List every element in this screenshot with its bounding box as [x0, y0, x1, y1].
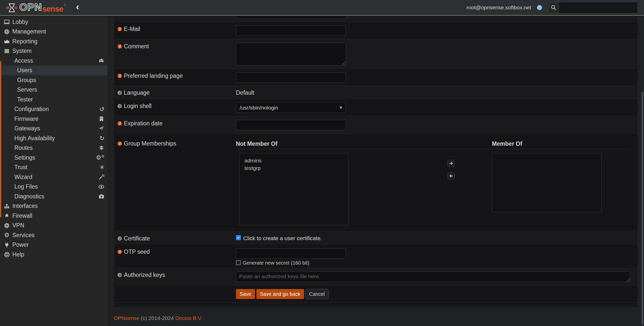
footer-company-link[interactable]: Deciso B.V.	[175, 315, 202, 321]
sidebar-item-power[interactable]: Power	[0, 240, 108, 250]
save-and-go-back-button[interactable]: Save and go back	[256, 289, 304, 299]
sidebar-item-services[interactable]: ⚙ Services	[0, 230, 108, 240]
expiration-date-field[interactable]	[236, 120, 346, 130]
sidebar-item-label: Wizard	[14, 174, 32, 180]
info-icon[interactable]: i	[118, 104, 122, 108]
info-icon[interactable]: i	[118, 91, 122, 95]
sidebar-item-label: Access	[14, 57, 33, 64]
remove-from-group-button[interactable]	[448, 172, 455, 179]
sidebar-item-label: High Availability	[14, 135, 55, 142]
topbar: OPN sense ® ‹ root@opnsense.softbox.net	[0, 0, 644, 16]
sidebar-item-access[interactable]: Access	[0, 56, 108, 66]
arrow-left-icon	[449, 174, 453, 178]
group-option-testgrp[interactable]: testgrp	[239, 164, 348, 172]
signpost-icon	[98, 145, 104, 151]
sidebar-item-label: System	[12, 48, 32, 54]
sidebar-item-gateways[interactable]: Gateways	[0, 124, 108, 134]
sidebar-item-system[interactable]: System	[0, 46, 108, 56]
sidebar-item-label: Routes	[14, 144, 33, 151]
logged-in-user[interactable]: root@opnsense.softbox.net	[467, 5, 531, 11]
certificate-checkbox-label: Click to create a user certificate.	[243, 235, 322, 242]
footer: OPNsense (c) 2014-2024 Deciso B.V.	[114, 315, 202, 321]
brand-opn: OPN	[19, 2, 42, 13]
form-row-partial	[114, 16, 638, 22]
status-dot-icon[interactable]	[537, 5, 542, 10]
cancel-button[interactable]: Cancel	[305, 289, 329, 299]
sidebar-item-wizard[interactable]: Wizard	[0, 172, 108, 182]
sidebar-item-label: Servers	[17, 86, 37, 93]
login-shell-select[interactable]: /usr/sbin/nologin ▼	[236, 102, 346, 113]
info-icon[interactable]: i	[118, 74, 122, 78]
sidebar-item-diagnostics[interactable]: Diagnostics	[0, 192, 108, 201]
sidebar-collapse-chevron-icon[interactable]: ‹	[76, 2, 79, 12]
form-row-group-memberships: i Group Memberships Not Member Of Member…	[114, 134, 638, 232]
member-of-listbox[interactable]	[492, 153, 602, 212]
form-row-comment: i Comment	[114, 39, 638, 69]
sidebar-item-interfaces[interactable]: Interfaces	[0, 201, 108, 211]
sidebar-item-management[interactable]: Management	[0, 27, 108, 37]
sidebar-item-lobby[interactable]: Lobby	[0, 17, 108, 27]
not-member-of-header: Not Member Of	[236, 140, 277, 147]
info-icon[interactable]: i	[118, 121, 122, 126]
field-label: Language	[124, 89, 150, 96]
otp-seed-field[interactable]	[236, 248, 346, 259]
search-icon	[548, 2, 560, 13]
hourglass-logo-icon	[6, 2, 18, 14]
certificate-checkbox[interactable]: ✔	[236, 235, 241, 240]
info-icon[interactable]: i	[118, 273, 122, 277]
field-label: OTP seed	[124, 248, 150, 255]
generate-secret-label: Generate new secret (160 bit)	[243, 260, 309, 266]
info-icon[interactable]: i	[118, 236, 122, 241]
sidebar-item-configuration[interactable]: Configuration ↺	[0, 104, 108, 114]
sidebar-item-users[interactable]: Users	[0, 66, 108, 76]
sidebar-item-label: Management	[12, 28, 46, 35]
search-input[interactable]	[560, 2, 637, 13]
chevron-down-icon: ▼	[340, 106, 342, 110]
form-row-certificate: i Certificate ✔ Click to create a user c…	[114, 232, 638, 244]
comment-field[interactable]	[236, 43, 346, 65]
add-to-group-button[interactable]	[448, 160, 455, 167]
send-icon	[98, 126, 104, 132]
sidebar-item-servers[interactable]: Servers	[0, 85, 108, 95]
info-icon[interactable]: i	[118, 141, 122, 146]
info-icon[interactable]: i	[118, 44, 122, 49]
sidebar-item-label: Services	[12, 232, 34, 239]
sidebar-item-tester[interactable]: Tester	[0, 95, 108, 104]
footer-brand-link[interactable]: OPNsense	[114, 315, 139, 321]
registered-mark: ®	[64, 4, 66, 7]
partial-input-field[interactable]	[236, 16, 346, 19]
scrollbar-thumb[interactable]	[641, 92, 643, 325]
info-icon[interactable]: i	[118, 250, 122, 254]
sidebar-item-settings[interactable]: Settings ⚙⚙	[0, 153, 108, 163]
field-label: Expiration date	[124, 120, 162, 127]
sidebar-item-help[interactable]: Help	[0, 250, 108, 260]
svg-text:OPN: OPN	[19, 2, 42, 13]
globe-icon	[3, 29, 11, 35]
language-value: Default	[236, 89, 254, 96]
not-member-of-listbox[interactable]: adminstestgrp	[239, 153, 348, 225]
group-option-admins[interactable]: admins	[239, 157, 348, 164]
sidebar-item-high-availability[interactable]: High Availability ↻	[0, 133, 108, 143]
scrollbar-track[interactable]	[641, 16, 644, 326]
user-edit-form-panel: i E-Mail i Comment i Preferred landing p…	[114, 16, 638, 307]
sidebar-item-routes[interactable]: Routes	[0, 143, 108, 153]
sidebar-item-firewall[interactable]: Firewall	[0, 211, 108, 221]
generate-secret-checkbox[interactable]	[236, 260, 241, 265]
opnsense-logo[interactable]: OPN sense ®	[6, 2, 66, 14]
sidebar-item-vpn[interactable]: VPN	[0, 221, 108, 231]
authorized-keys-field[interactable]	[236, 271, 630, 282]
sidebar-item-firmware[interactable]: Firmware	[0, 114, 108, 124]
landing-page-field[interactable]	[236, 72, 346, 83]
sidebar-item-groups[interactable]: Groups	[0, 75, 108, 85]
sidebar-item-log-files[interactable]: Log Files	[0, 182, 108, 192]
sidebar-item-trust[interactable]: Trust ✳	[0, 163, 108, 172]
sidebar-item-label: Trust	[14, 164, 27, 171]
sidebar-divider	[0, 261, 108, 261]
save-button[interactable]: Save	[236, 289, 255, 299]
brand-text: OPN sense ®	[19, 2, 66, 14]
info-icon[interactable]: i	[118, 27, 122, 31]
sitemap-icon	[3, 203, 11, 209]
sidebar-item-label: Help	[12, 251, 24, 258]
email-field[interactable]	[236, 25, 346, 36]
sidebar-item-reporting[interactable]: Reporting	[0, 37, 108, 46]
